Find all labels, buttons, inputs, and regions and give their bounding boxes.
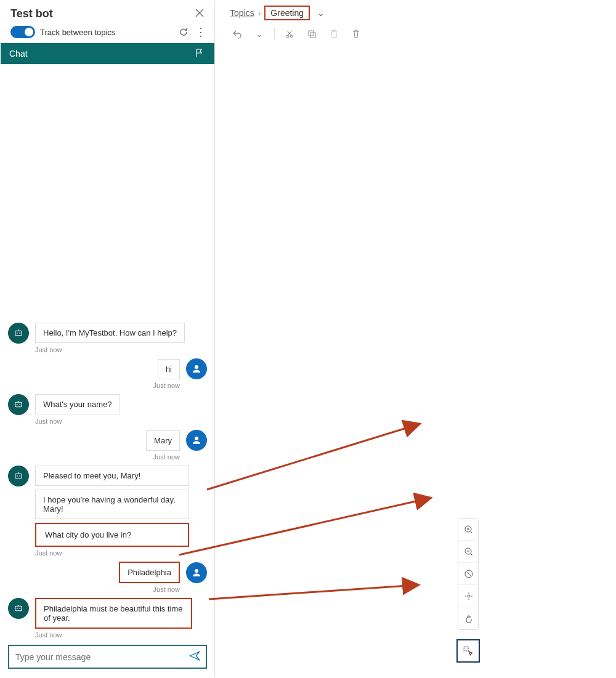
svg-point-1 xyxy=(17,333,18,334)
svg-point-14 xyxy=(19,608,20,609)
user-message: Mary xyxy=(146,430,180,451)
bot-avatar xyxy=(8,598,29,619)
copy-icon[interactable] xyxy=(304,26,319,41)
breadcrumb-current-highlighted: Greeting xyxy=(264,6,310,20)
svg-point-10 xyxy=(19,475,20,477)
timestamp: Just now xyxy=(35,549,207,557)
bot-message-highlighted: What city do you live in? xyxy=(35,523,189,547)
chevron-down-icon[interactable]: ⌄ xyxy=(317,8,325,18)
svg-point-3 xyxy=(195,365,198,369)
svg-point-7 xyxy=(195,437,198,440)
bot-message: Pleased to meet you, Mary! xyxy=(35,466,189,486)
svg-point-6 xyxy=(19,404,20,405)
delete-icon[interactable] xyxy=(349,26,363,41)
bot-message: Hello, I'm MyTestbot. How can I help? xyxy=(35,323,185,343)
user-message-highlighted: Philadelphia xyxy=(119,562,180,583)
timestamp: Just now xyxy=(35,631,207,639)
user-message: hi xyxy=(158,359,180,379)
svg-point-9 xyxy=(17,475,18,477)
svg-rect-0 xyxy=(15,331,22,336)
chat-tab[interactable]: Chat xyxy=(1,43,214,64)
svg-rect-19 xyxy=(331,31,336,38)
user-avatar xyxy=(186,562,207,583)
svg-rect-17 xyxy=(309,31,314,36)
user-avatar xyxy=(186,430,207,451)
authoring-canvas-panel: Topics › Greeting ⌄ ⌄ xyxy=(215,1,615,677)
zoom-in-icon[interactable] xyxy=(458,519,479,541)
bot-message-highlighted: Philadelphia must be beautiful this time… xyxy=(35,598,192,629)
bot-avatar xyxy=(8,394,29,415)
canvas-toolbar: ⌄ xyxy=(215,23,615,46)
timestamp: Just now xyxy=(35,418,207,425)
chevron-down-icon[interactable]: ⌄ xyxy=(252,26,267,41)
paste-icon[interactable] xyxy=(326,26,341,41)
chat-input[interactable] xyxy=(14,652,188,663)
svg-rect-18 xyxy=(310,33,315,38)
fit-icon[interactable] xyxy=(458,585,479,607)
test-bot-title: Test bot xyxy=(10,7,195,20)
track-label: Track between topics xyxy=(40,28,172,37)
timestamp: Just now xyxy=(8,453,180,461)
bot-message: What's your name? xyxy=(35,394,120,414)
svg-rect-31 xyxy=(464,647,468,651)
user-avatar xyxy=(186,358,207,379)
close-icon[interactable] xyxy=(195,7,205,21)
chat-input-row[interactable] xyxy=(8,645,207,669)
refresh-icon[interactable] xyxy=(177,26,190,38)
svg-point-13 xyxy=(17,608,18,609)
cut-icon[interactable] xyxy=(282,26,297,41)
timestamp: Just now xyxy=(8,586,180,593)
chat-area: Hello, I'm MyTestbot. How can I help? Ju… xyxy=(1,64,214,639)
svg-point-5 xyxy=(17,404,18,405)
test-bot-panel: Test bot Track between topics ⋮ Chat xyxy=(1,1,215,677)
svg-point-11 xyxy=(195,569,198,573)
svg-rect-8 xyxy=(15,474,22,478)
zoom-out-icon[interactable] xyxy=(458,541,479,563)
undo-icon[interactable] xyxy=(230,26,245,41)
selection-tool[interactable] xyxy=(456,639,480,663)
bot-avatar xyxy=(8,323,29,344)
breadcrumb: Topics › Greeting ⌄ xyxy=(215,1,615,23)
zoom-reset-icon[interactable] xyxy=(458,563,479,585)
timestamp: Just now xyxy=(8,382,180,389)
track-toggle[interactable] xyxy=(10,26,35,38)
chevron-right-icon: › xyxy=(258,8,261,18)
svg-point-2 xyxy=(19,333,20,334)
svg-rect-12 xyxy=(15,606,22,611)
svg-point-30 xyxy=(468,595,470,597)
send-icon[interactable] xyxy=(188,650,201,664)
pan-icon[interactable] xyxy=(458,607,479,629)
zoom-toolbar xyxy=(458,518,479,630)
timestamp: Just now xyxy=(35,346,207,353)
bot-avatar xyxy=(8,466,29,486)
bot-message: I hope you're having a wonderful day, Ma… xyxy=(35,490,189,519)
more-icon[interactable]: ⋮ xyxy=(195,26,207,38)
svg-rect-4 xyxy=(15,402,22,407)
breadcrumb-root[interactable]: Topics xyxy=(230,8,254,18)
flag-icon[interactable] xyxy=(195,48,206,59)
